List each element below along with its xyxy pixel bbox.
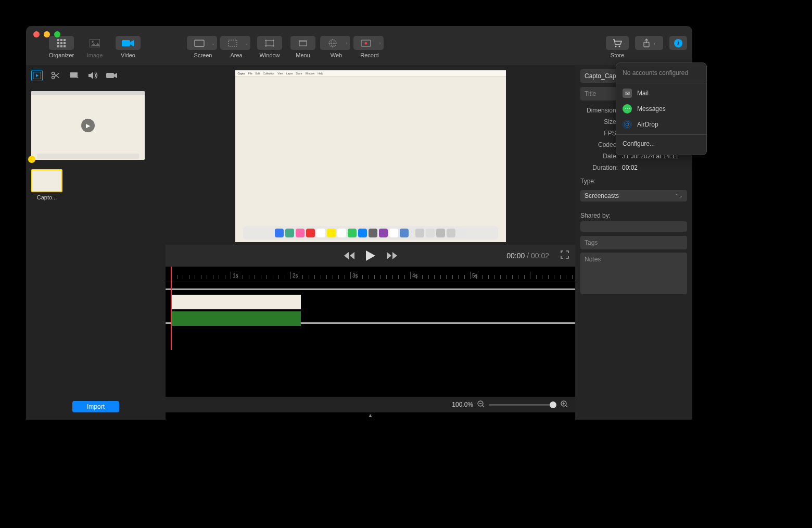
record-button[interactable]: › Record bbox=[353, 36, 386, 58]
grid-icon bbox=[49, 36, 74, 50]
screen-label: Screen bbox=[194, 52, 212, 58]
import-button[interactable]: Import bbox=[72, 401, 119, 412]
type-value: Screencasts bbox=[585, 192, 619, 199]
organizer-mode-button[interactable]: Organizer bbox=[45, 36, 78, 58]
zoom-slider[interactable] bbox=[489, 404, 556, 406]
video-icon bbox=[116, 36, 141, 50]
zoom-bar: 100.0% bbox=[166, 397, 575, 412]
svg-point-21 bbox=[365, 42, 367, 44]
clip-thumb-box bbox=[31, 169, 62, 192]
info-button[interactable]: i bbox=[669, 36, 687, 50]
video-clip[interactable] bbox=[171, 295, 301, 309]
svg-rect-4 bbox=[60, 42, 62, 44]
clip-thumbnails-row: Capto... bbox=[26, 165, 166, 205]
menu-icon bbox=[290, 36, 315, 50]
rewind-button[interactable] bbox=[343, 251, 356, 260]
svg-rect-7 bbox=[60, 45, 62, 47]
share-icon: › bbox=[635, 36, 663, 50]
chevron-down-icon[interactable]: ⌄ bbox=[243, 36, 250, 50]
panel-handle[interactable]: ▲ bbox=[166, 412, 575, 420]
fullscreen-preview-button[interactable] bbox=[561, 250, 569, 261]
play-overlay-icon: ▶ bbox=[81, 119, 95, 132]
fullscreen-window-button[interactable] bbox=[54, 31, 60, 37]
timeline[interactable]: 1s2s3s4s5s bbox=[166, 267, 575, 397]
clip-thumbnail[interactable]: Capto... bbox=[31, 169, 62, 200]
svg-rect-8 bbox=[64, 45, 66, 47]
tags-field[interactable]: Tags bbox=[580, 236, 687, 249]
share-menu-header: No accounts configured bbox=[616, 67, 706, 81]
zoom-out-icon[interactable] bbox=[477, 400, 485, 409]
svg-rect-14 bbox=[266, 41, 273, 46]
store-label: Store bbox=[611, 52, 624, 58]
record-icon bbox=[353, 36, 378, 50]
web-capture-button[interactable]: › Web bbox=[320, 36, 353, 58]
svg-rect-2 bbox=[64, 39, 66, 41]
status-dot bbox=[28, 156, 35, 163]
playback-controls: 00:00 / 00:02 bbox=[166, 245, 575, 267]
share-configure-item[interactable]: Configure... bbox=[616, 137, 706, 150]
svg-point-39 bbox=[626, 123, 629, 126]
type-label: Type: bbox=[580, 178, 687, 185]
import-label: Import bbox=[87, 403, 105, 410]
chevron-right-icon[interactable]: › bbox=[376, 36, 384, 50]
svg-point-10 bbox=[92, 41, 94, 43]
size-label: Size: bbox=[580, 118, 618, 125]
svg-point-22 bbox=[615, 45, 617, 47]
share-button[interactable]: › bbox=[635, 36, 663, 50]
annotation-icon[interactable] bbox=[69, 70, 80, 81]
close-window-button[interactable] bbox=[33, 31, 40, 37]
store-button[interactable]: Store bbox=[606, 36, 629, 58]
screen-icon bbox=[187, 36, 212, 50]
zoom-slider-knob[interactable] bbox=[550, 401, 556, 408]
video-mode-button[interactable]: Video bbox=[111, 36, 145, 58]
area-label: Area bbox=[230, 52, 242, 58]
codec-label: Codec: bbox=[580, 141, 618, 148]
chevron-down-icon[interactable]: ⌄ bbox=[210, 36, 217, 50]
dimension-label: Dimension: bbox=[580, 107, 618, 114]
type-select[interactable]: Screencasts⌃⌄ bbox=[580, 190, 687, 202]
play-frame-icon[interactable] bbox=[31, 70, 43, 81]
timeline-ruler[interactable]: 1s2s3s4s5s bbox=[166, 271, 575, 282]
fps-label: FPS: bbox=[580, 130, 618, 137]
svg-rect-13 bbox=[229, 40, 237, 46]
scissors-icon[interactable] bbox=[50, 70, 61, 81]
area-icon bbox=[220, 36, 245, 50]
minimize-window-button[interactable] bbox=[44, 31, 50, 37]
menu-separator bbox=[616, 134, 706, 135]
window-capture-button[interactable]: Window bbox=[253, 36, 286, 58]
volume-icon[interactable] bbox=[87, 70, 99, 81]
notes-placeholder: Notes bbox=[585, 256, 601, 263]
menu-capture-button[interactable]: Menu bbox=[286, 36, 320, 58]
main-toolbar: Organizer Image Video ⌄ Screen ⌄ Area bbox=[26, 26, 692, 65]
preview-thumbnail-large[interactable]: ▶ bbox=[31, 91, 145, 160]
forward-button[interactable] bbox=[386, 251, 398, 260]
camera-icon[interactable] bbox=[106, 70, 118, 81]
svg-point-29 bbox=[52, 77, 55, 79]
share-airdrop-item[interactable]: AirDrop bbox=[616, 117, 706, 132]
image-mode-button[interactable]: Image bbox=[78, 36, 111, 58]
title-placeholder: Title bbox=[585, 90, 596, 97]
sidebar: ▶ Capto... Import bbox=[26, 65, 166, 420]
svg-rect-12 bbox=[195, 40, 204, 46]
svg-rect-31 bbox=[106, 73, 114, 78]
video-preview[interactable]: CaptoFileEditCollectionViewLayerStoreWin… bbox=[235, 70, 506, 242]
duration-row: Duration:00:02 bbox=[580, 164, 687, 171]
audio-clip[interactable] bbox=[171, 311, 301, 326]
notes-field[interactable]: Notes bbox=[580, 253, 687, 294]
play-button[interactable] bbox=[365, 249, 376, 262]
share-messages-label: Messages bbox=[637, 105, 666, 112]
mode-group: Organizer Image Video bbox=[45, 36, 145, 58]
zoom-in-icon[interactable] bbox=[561, 400, 568, 409]
duration-value: 00:02 bbox=[622, 164, 687, 171]
screen-capture-button[interactable]: ⌄ Screen bbox=[186, 36, 220, 58]
window-traffic-lights bbox=[33, 31, 60, 37]
share-menu-popup: No accounts configured ✉Mail ⋯Messages A… bbox=[616, 62, 707, 155]
cart-icon bbox=[606, 36, 629, 50]
share-mail-item[interactable]: ✉Mail bbox=[616, 85, 706, 101]
timeline-tracks bbox=[166, 288, 575, 324]
share-messages-item[interactable]: ⋯Messages bbox=[616, 101, 706, 117]
playhead[interactable] bbox=[171, 267, 172, 350]
area-capture-button[interactable]: ⌄ Area bbox=[220, 36, 253, 58]
chevron-right-icon[interactable]: › bbox=[343, 36, 350, 50]
svg-rect-11 bbox=[122, 40, 130, 46]
